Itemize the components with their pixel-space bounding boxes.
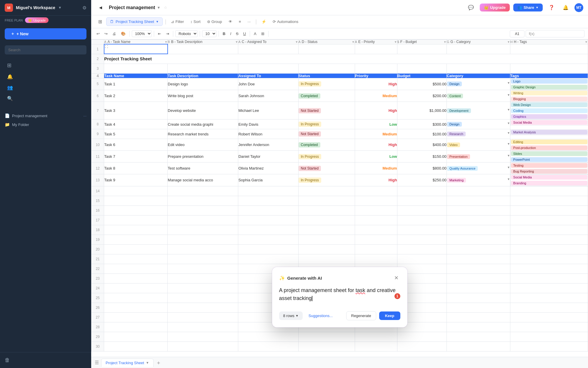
- ai-btn[interactable]: ⚡: [259, 18, 269, 25]
- cell-a3[interactable]: [104, 64, 168, 73]
- cell-assigned-to[interactable]: Robert Wilson: [238, 129, 298, 139]
- font-size-select[interactable]: 10 12 14: [202, 30, 216, 37]
- bottom-sheet-tab[interactable]: Project Tracking Sheet ▼: [101, 359, 154, 367]
- search-input[interactable]: [5, 45, 86, 54]
- cell-assigned-to[interactable]: Jennifer Anderson: [238, 139, 298, 151]
- cell-status[interactable]: Completed: [298, 90, 355, 102]
- cell-task-name[interactable]: Task 4: [104, 120, 168, 129]
- col-header-c[interactable]: A C - Assigned To ▼: [238, 40, 298, 44]
- cell-task-name[interactable]: Task 1: [104, 78, 168, 90]
- cell-task-desc[interactable]: Research market trends: [168, 129, 238, 139]
- cell-task-name[interactable]: Task 9: [104, 174, 168, 186]
- cell-priority[interactable]: High: [355, 139, 397, 151]
- cell-budget[interactable]: $150.00: [397, 151, 447, 163]
- cell-assigned-to[interactable]: Emily Davis: [238, 120, 298, 129]
- cell-task-desc[interactable]: Edit video: [168, 139, 238, 151]
- cell-tags[interactable]: Social Media: [510, 120, 588, 125]
- indent-right-btn[interactable]: ⇥: [164, 30, 171, 37]
- share-button[interactable]: 👥 Share ▼: [513, 4, 543, 11]
- cell-b1[interactable]: [168, 44, 238, 54]
- cell-category[interactable]: Presentation▼: [447, 151, 510, 163]
- sort-button[interactable]: ↕ Sort: [188, 18, 203, 25]
- cell-d3[interactable]: [298, 64, 355, 73]
- new-button[interactable]: ＋ + New: [5, 28, 86, 39]
- sidebar-item-search[interactable]: 🔍: [2, 93, 89, 104]
- cell-tags[interactable]: EditingPost-production: [510, 139, 588, 151]
- cell-task-name[interactable]: Task 2: [104, 90, 168, 102]
- cell-budget[interactable]: $200.00: [397, 90, 447, 102]
- cell-task-name[interactable]: Task 5: [104, 129, 168, 139]
- cell-tags[interactable]: TestingBug Reporting: [510, 163, 588, 174]
- cell-h1[interactable]: [510, 44, 588, 54]
- cell-task-name[interactable]: Task 3: [104, 102, 168, 120]
- cell-tags[interactable]: SlidesPowerPoint: [510, 151, 588, 163]
- cell-status[interactable]: Not Started: [298, 102, 355, 120]
- cell-e3[interactable]: [355, 64, 397, 73]
- cell-priority[interactable]: Low: [355, 151, 397, 163]
- cell-priority[interactable]: High: [355, 102, 397, 120]
- cell-task-desc[interactable]: Prepare presentation: [168, 151, 238, 163]
- cell-status[interactable]: Not Started: [298, 129, 355, 139]
- cell-budget[interactable]: $800.00: [397, 163, 447, 174]
- cell-task-desc[interactable]: Develop website: [168, 102, 238, 120]
- cell-budget[interactable]: $1,000.00: [397, 102, 447, 120]
- zoom-select[interactable]: 100% 75% 150%: [132, 30, 152, 37]
- cell-tags[interactable]: Market Analysis: [510, 129, 588, 135]
- col-header-g[interactable]: G G - Category ▼: [447, 40, 510, 44]
- cell-e1[interactable]: [355, 44, 397, 54]
- sidebar-item-teams[interactable]: 👥: [2, 82, 89, 93]
- format-paint-button[interactable]: 🎨: [119, 30, 127, 37]
- cell-b3[interactable]: [168, 64, 238, 73]
- cell-assigned-to[interactable]: Olivia Martinez: [238, 163, 298, 174]
- list-btn[interactable]: ≡: [236, 18, 244, 25]
- cell-category[interactable]: Marketing▼: [447, 174, 510, 186]
- cell-priority[interactable]: Medium: [355, 129, 397, 139]
- cell-tags[interactable]: Web DesignCodingGraphics: [510, 102, 588, 120]
- cell-c3[interactable]: [238, 64, 298, 73]
- user-avatar[interactable]: MT: [574, 3, 583, 12]
- cell-category[interactable]: Design▼: [447, 78, 510, 90]
- cell-status[interactable]: In Progress: [298, 120, 355, 129]
- cell-assigned-to[interactable]: Michael Lee: [238, 102, 298, 120]
- help-icon[interactable]: ❓: [546, 4, 557, 11]
- cell-task-desc[interactable]: Test software: [168, 163, 238, 174]
- cell-tags[interactable]: LogoGraphic Design: [510, 78, 588, 90]
- rows-dropdown-button[interactable]: 8 rows ▼: [279, 311, 303, 320]
- sidebar-item-home[interactable]: ⊞: [2, 60, 89, 71]
- upgrade-button[interactable]: 👑 Upgrade: [480, 4, 510, 11]
- cell-tags[interactable]: Social MediaBranding: [510, 174, 588, 186]
- cell-task-name[interactable]: Task 8: [104, 163, 168, 174]
- cell-priority[interactable]: Medium: [355, 163, 397, 174]
- regenerate-button[interactable]: Regenerate: [346, 311, 376, 320]
- chat-icon[interactable]: 💬: [466, 4, 476, 11]
- cell-priority[interactable]: High: [355, 78, 397, 90]
- cell-category[interactable]: Quality Assurance▼: [447, 163, 510, 174]
- col-header-d[interactable]: A D - Status ▼: [298, 40, 355, 44]
- font-select[interactable]: Roboto Arial: [175, 30, 198, 37]
- trash-icon[interactable]: 🗑: [5, 357, 10, 363]
- cell-g1[interactable]: [447, 44, 510, 54]
- col-header-f[interactable]: $ F - Budget ▼: [397, 40, 447, 44]
- add-sheet-button[interactable]: ＋: [156, 359, 161, 366]
- cell-f3[interactable]: [397, 64, 447, 73]
- strikethrough-button[interactable]: S: [234, 30, 240, 37]
- filter-button[interactable]: ⊿ Filter: [169, 18, 186, 25]
- cell-assigned-to[interactable]: Daniel Taylor: [238, 151, 298, 163]
- cell-assigned-to[interactable]: Sarah Johnson: [238, 90, 298, 102]
- ai-modal-close-button[interactable]: ✕: [392, 274, 400, 282]
- cell-tags[interactable]: WritingBlogging: [510, 90, 588, 102]
- cell-priority[interactable]: High: [355, 174, 397, 186]
- bottom-menu-button[interactable]: ☰: [95, 360, 99, 365]
- formula-bar[interactable]: f(x): [526, 30, 584, 37]
- cell-priority[interactable]: Medium: [355, 90, 397, 102]
- cell-budget[interactable]: $250.00: [397, 174, 447, 186]
- cell-assigned-to[interactable]: Sophia Garcia: [238, 174, 298, 186]
- cell-priority[interactable]: Low: [355, 120, 397, 129]
- collapse-sidebar-btn[interactable]: ◀: [96, 3, 105, 12]
- cell-f1[interactable]: [397, 44, 447, 54]
- cell-task-name[interactable]: Task 6: [104, 139, 168, 151]
- workspace-name[interactable]: M Miguel's Workspace ▼: [5, 4, 62, 12]
- redo-button[interactable]: ↪: [103, 30, 109, 37]
- sidebar-item-my-folder[interactable]: 📁 My Folder: [0, 120, 91, 129]
- cell-budget[interactable]: $300.00: [397, 120, 447, 129]
